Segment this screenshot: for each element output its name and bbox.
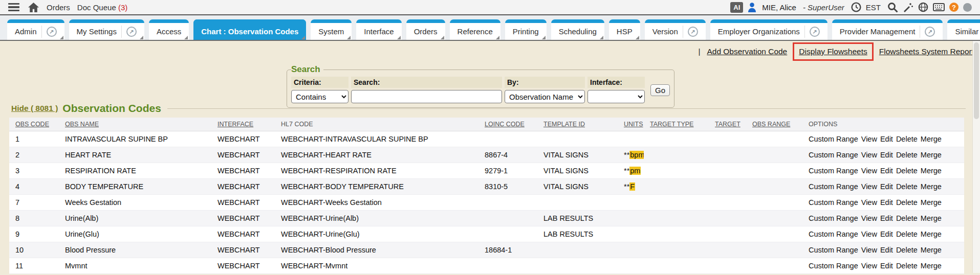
column-header-obs-code[interactable]: OBS CODE (9, 118, 59, 131)
ai-badge[interactable]: AI (730, 2, 743, 13)
nav-orders[interactable]: Orders (47, 3, 70, 12)
cell-interface: WEBCHART (211, 131, 275, 147)
option-link-view[interactable]: View (861, 198, 877, 207)
option-link-custom-range[interactable]: Custom Range (809, 214, 858, 222)
option-link-view[interactable]: View (861, 262, 877, 270)
option-link-custom-range[interactable]: Custom Range (809, 135, 858, 143)
wand-icon[interactable] (903, 2, 913, 13)
tab-my-settings[interactable]: My Settings↗ (69, 19, 144, 40)
tab-version[interactable]: Version↗ (645, 19, 706, 40)
option-link-delete[interactable]: Delete (896, 198, 918, 207)
option-link-delete[interactable]: Delete (896, 230, 918, 238)
option-link-merge[interactable]: Merge (921, 246, 942, 254)
search-icon[interactable] (887, 2, 898, 13)
option-link-merge[interactable]: Merge (921, 230, 942, 238)
option-link-view[interactable]: View (861, 135, 877, 143)
option-link-merge[interactable]: Merge (921, 198, 942, 207)
column-header-interface[interactable]: INTERFACE (211, 118, 275, 131)
option-link-custom-range[interactable]: Custom Range (809, 198, 858, 207)
option-link-delete[interactable]: Delete (896, 182, 918, 191)
option-link-view[interactable]: View (861, 230, 877, 238)
option-link-edit[interactable]: Edit (880, 135, 893, 143)
option-link-delete[interactable]: Delete (896, 214, 918, 222)
tab-admin[interactable]: Admin↗ (7, 19, 64, 40)
column-header-loinc-code[interactable]: LOINC CODE (478, 118, 537, 131)
tab-employer-organizations[interactable]: Employer Organizations↗ (710, 19, 827, 40)
by-select[interactable]: Observation Name (505, 90, 585, 103)
option-link-custom-range[interactable]: Custom Range (809, 151, 858, 159)
option-link-custom-range[interactable]: Custom Range (809, 262, 858, 270)
user-name[interactable]: MIE, Alice (762, 3, 796, 12)
column-header-target[interactable]: TARGET (709, 118, 746, 131)
external-link-icon[interactable]: ↗ (810, 27, 820, 37)
scrollbar-thumb[interactable] (974, 42, 979, 119)
tab-access[interactable]: Access (149, 19, 189, 40)
flowsheets-system-report-link[interactable]: Flowsheets System Report (879, 47, 974, 56)
option-link-merge[interactable]: Merge (921, 182, 942, 191)
go-button[interactable]: Go (650, 84, 670, 96)
option-link-edit[interactable]: Edit (880, 230, 893, 238)
tab-interface[interactable]: Interface (356, 19, 401, 40)
keyboard-icon[interactable] (933, 3, 945, 11)
option-link-merge[interactable]: Merge (921, 214, 942, 222)
option-link-edit[interactable]: Edit (880, 246, 893, 254)
hamburger-menu-icon[interactable] (7, 2, 20, 13)
cell-obs-name: HEART RATE (59, 147, 211, 163)
add-observation-code-link[interactable]: Add Observation Code (707, 47, 787, 56)
external-link-icon[interactable]: ↗ (126, 27, 137, 37)
option-link-merge[interactable]: Merge (921, 262, 942, 270)
option-link-delete[interactable]: Delete (896, 262, 918, 270)
option-link-custom-range[interactable]: Custom Range (809, 182, 858, 191)
home-icon[interactable] (28, 2, 39, 13)
tab-provider-management[interactable]: Provider Management↗ (832, 19, 943, 40)
option-link-delete[interactable]: Delete (896, 167, 918, 175)
column-header-template-id[interactable]: TEMPLATE ID (537, 118, 618, 131)
nav-doc-queue[interactable]: Doc Queue (3) (77, 3, 127, 12)
option-link-edit[interactable]: Edit (880, 151, 893, 159)
option-link-delete[interactable]: Delete (896, 151, 918, 159)
vertical-scrollbar[interactable] (972, 41, 980, 273)
option-link-view[interactable]: View (861, 151, 877, 159)
hide-count-link[interactable]: Hide ( 8081 ) (11, 104, 58, 113)
option-link-edit[interactable]: Edit (880, 198, 893, 207)
external-link-icon[interactable]: ↗ (47, 27, 57, 37)
option-link-merge[interactable]: Merge (921, 151, 942, 159)
clock-icon[interactable] (851, 2, 861, 12)
option-link-view[interactable]: View (861, 246, 877, 254)
option-link-merge[interactable]: Merge (921, 135, 942, 143)
option-link-view[interactable]: View (861, 214, 877, 222)
external-link-icon[interactable]: ↗ (688, 27, 698, 37)
display-flowsheets-link[interactable]: Display Flowsheets (799, 47, 867, 56)
tab-orders[interactable]: Orders (406, 19, 445, 40)
option-link-edit[interactable]: Edit (880, 182, 893, 191)
criteria-select[interactable]: Contains (291, 90, 349, 103)
interface-select[interactable] (587, 90, 645, 103)
option-link-custom-range[interactable]: Custom Range (809, 246, 858, 254)
option-link-delete[interactable]: Delete (896, 246, 918, 254)
option-link-custom-range[interactable]: Custom Range (809, 230, 858, 238)
option-link-view[interactable]: View (861, 182, 877, 191)
column-header-units[interactable]: UNITS (618, 118, 644, 131)
tab-hsp[interactable]: HSP (609, 19, 640, 40)
option-link-edit[interactable]: Edit (880, 214, 893, 222)
tab-chart-observation-codes[interactable]: Chart : Observation Codes (193, 19, 306, 40)
help-icon[interactable]: ? (949, 3, 959, 12)
option-link-edit[interactable]: Edit (880, 262, 893, 270)
search-input[interactable] (351, 90, 502, 103)
tab-system[interactable]: System (311, 19, 352, 40)
tab-similar-exposure-groups-segs[interactable]: Similar Exposure Groups (SEGs)↗ (947, 19, 980, 40)
option-link-edit[interactable]: Edit (880, 167, 893, 175)
option-link-view[interactable]: View (861, 167, 877, 175)
tab-reference[interactable]: Reference (450, 19, 500, 40)
globe-icon[interactable] (918, 2, 928, 12)
tab-scheduling[interactable]: Scheduling (551, 19, 604, 40)
column-header-target-type[interactable]: TARGET TYPE (644, 118, 709, 131)
column-header-obs-range[interactable]: OBS RANGE (746, 118, 802, 131)
option-link-merge[interactable]: Merge (921, 167, 942, 175)
tab-printing[interactable]: Printing (505, 19, 547, 40)
option-link-custom-range[interactable]: Custom Range (809, 167, 858, 175)
option-link-delete[interactable]: Delete (896, 135, 918, 143)
column-header-obs-name[interactable]: OBS NAME (59, 118, 211, 131)
external-link-icon[interactable]: ↗ (925, 27, 935, 37)
tab-divider (121, 26, 122, 38)
